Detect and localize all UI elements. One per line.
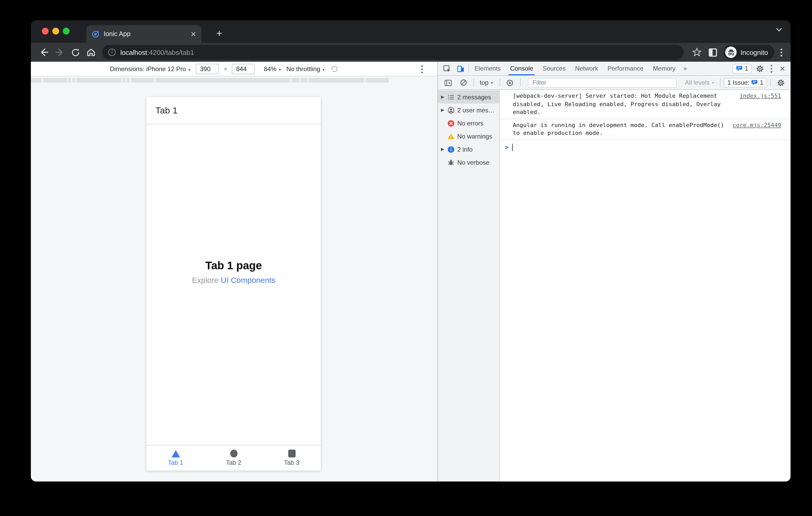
app-tab-3[interactable]: Tab 3 [263, 446, 321, 471]
home-icon[interactable] [83, 44, 99, 60]
device-width-input[interactable] [196, 63, 219, 74]
console-prompt[interactable]: > [500, 140, 790, 151]
tab-sources[interactable]: Sources [538, 62, 570, 75]
emulated-viewport: Tab 1 Tab 1 page Explore UI Components T… [146, 97, 321, 471]
zoom-select[interactable]: 84%▼ [264, 65, 282, 72]
devtools-menu-icon[interactable] [767, 65, 775, 72]
bookmark-star-icon[interactable] [689, 44, 705, 60]
url-host: localhost [120, 48, 147, 56]
inspect-element-icon[interactable] [440, 62, 454, 75]
close-window-button[interactable] [42, 28, 49, 34]
user-icon [447, 107, 455, 114]
device-height-input[interactable] [232, 63, 255, 74]
maximize-window-button[interactable] [63, 28, 69, 34]
issue-bubble-icon [736, 65, 743, 72]
url-path: :4200/tabs/tab1 [147, 48, 194, 56]
log-levels-select[interactable]: All levels▼ [683, 79, 717, 86]
error-icon [447, 119, 455, 127]
console-body: ▶ 2 messages ▶ 2 user mes… [438, 90, 790, 482]
chevron-down-icon: ▼ [711, 81, 715, 85]
app-header-title: Tab 1 [155, 105, 178, 116]
app-tab-1[interactable]: Tab 1 [146, 446, 205, 471]
console-toolbar: top▼ All levels▼ 1 Issue: 1 [438, 76, 790, 90]
source-link[interactable]: index.js:551 [740, 92, 781, 100]
chevron-down-icon: ▼ [490, 81, 494, 85]
devtools-pane: Elements Console Sources Network Perform… [437, 62, 790, 482]
triangle-icon [171, 450, 180, 457]
issues-badge[interactable]: 1 [733, 63, 752, 73]
sidebar-item-messages[interactable]: ▶ 2 messages [438, 90, 499, 103]
source-link[interactable]: core.mjs:25449 [733, 121, 781, 129]
desktop: Ionic App ✕ + i [0, 0, 812, 516]
app-content: Tab 1 page Explore UI Components [146, 259, 321, 284]
back-icon[interactable] [36, 44, 52, 60]
sidebar-item-warnings[interactable]: No warnings [438, 130, 499, 143]
minimize-window-button[interactable] [52, 28, 59, 34]
site-info-icon[interactable]: i [108, 49, 116, 56]
expander-icon[interactable]: ▶ [440, 108, 445, 113]
side-panel-icon[interactable] [705, 44, 720, 60]
chevron-down-icon: ▼ [187, 68, 191, 71]
ellipse-icon [230, 450, 237, 457]
ionic-favicon-icon [92, 30, 99, 38]
browser-menu-icon[interactable] [778, 48, 785, 56]
chevron-down-icon: ▼ [278, 68, 282, 71]
explore-text: Explore [192, 275, 221, 284]
sidebar-item-user-messages[interactable]: ▶ 2 user mes… [438, 103, 499, 117]
expander-icon[interactable]: ▶ [440, 95, 445, 99]
bug-icon [447, 159, 455, 166]
incognito-icon [725, 47, 737, 58]
url-bar[interactable]: i localhost:4200/tabs/tab1 [102, 45, 684, 60]
sidebar-item-errors[interactable]: No errors [438, 117, 499, 130]
incognito-label: Incognito [740, 48, 768, 56]
navigation-toolbar: i localhost:4200/tabs/tab1 [31, 43, 790, 62]
tab-console[interactable]: Console [505, 62, 538, 75]
incognito-badge: Incognito [724, 45, 774, 60]
clear-console-icon[interactable] [457, 76, 470, 89]
new-tab-button[interactable]: + [212, 27, 226, 40]
tab-elements[interactable]: Elements [470, 62, 505, 75]
browser-window: Ionic App ✕ + i [31, 20, 790, 482]
tab-strip: Ionic App ✕ + [31, 20, 790, 43]
close-devtools-icon[interactable]: ✕ [776, 65, 788, 72]
live-expression-eye-icon[interactable] [503, 76, 517, 89]
tab-search-chevron-icon[interactable] [776, 28, 782, 32]
console-filter-input[interactable] [528, 78, 676, 88]
square-icon [288, 450, 295, 457]
devtools-settings-gear-icon[interactable] [753, 62, 766, 75]
window-content: Dimensions: iPhone 12 Pro▼ × 84%▼ No thr… [31, 62, 790, 482]
sidebar-item-info[interactable]: ▶ 2 info [438, 143, 499, 156]
rotate-device-icon[interactable] [330, 65, 339, 73]
messages-list-icon [447, 93, 455, 101]
console-sidebar-toggle-icon[interactable] [441, 76, 455, 89]
text-cursor [512, 144, 513, 151]
sidebar-item-verbose[interactable]: No verbose [438, 156, 499, 169]
tab-memory[interactable]: Memory [648, 62, 680, 75]
device-select[interactable]: Dimensions: iPhone 12 Pro▼ [110, 65, 191, 72]
tab-network[interactable]: Network [570, 62, 603, 75]
ui-components-link[interactable]: UI Components [221, 275, 275, 284]
app-tab-2[interactable]: Tab 2 [205, 446, 263, 471]
more-tabs-button[interactable]: » [680, 65, 690, 72]
devtools-tab-bar: Elements Console Sources Network Perform… [438, 62, 790, 76]
warning-icon [447, 132, 455, 140]
expander-icon[interactable]: ▶ [440, 147, 445, 152]
throttling-select[interactable]: No throttling▼ [286, 65, 325, 72]
dimensions-times: × [224, 65, 227, 72]
reload-icon[interactable] [67, 44, 83, 60]
media-query-ruler [31, 78, 389, 83]
close-tab-icon[interactable]: ✕ [191, 31, 196, 37]
device-toolbar-menu-icon[interactable] [418, 65, 426, 73]
console-message: Angular is running in development mode. … [500, 119, 790, 140]
execution-context-select[interactable]: top▼ [477, 79, 496, 86]
issues-counter-button[interactable]: 1 Issue: 1 [724, 78, 767, 88]
device-toolbar-toggle-icon[interactable] [454, 62, 467, 75]
console-sidebar: ▶ 2 messages ▶ 2 user mes… [438, 90, 500, 482]
chevron-down-icon: ▼ [322, 68, 325, 71]
console-settings-gear-icon[interactable] [774, 76, 787, 89]
forward-icon[interactable] [52, 44, 67, 60]
browser-tab-ionic-app[interactable]: Ionic App ✕ [86, 25, 201, 43]
tab-performance[interactable]: Performance [603, 62, 648, 75]
device-toolbar: Dimensions: iPhone 12 Pro▼ × 84%▼ No thr… [31, 62, 437, 76]
tab-title: Ionic App [104, 30, 186, 38]
